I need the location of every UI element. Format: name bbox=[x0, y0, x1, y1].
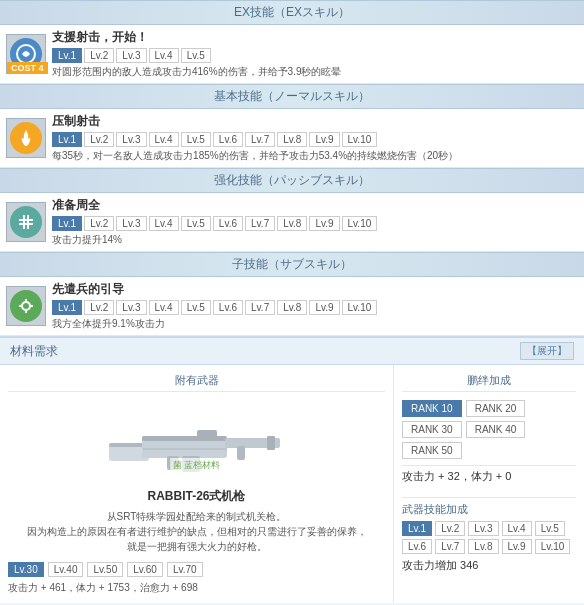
ws-lv6[interactable]: Lv.6 bbox=[402, 539, 432, 554]
svg-point-5 bbox=[22, 302, 30, 310]
wlv-50[interactable]: Lv.50 bbox=[87, 562, 123, 577]
ex-lv5[interactable]: Lv.5 bbox=[181, 48, 211, 63]
passive-lv10[interactable]: Lv.10 bbox=[342, 216, 378, 231]
svg-rect-3 bbox=[23, 215, 25, 229]
svg-rect-20 bbox=[237, 446, 245, 460]
weapon-stat: 攻击力 + 461，体力 + 1753，治愈力 + 698 bbox=[8, 581, 385, 595]
passive-lv2[interactable]: Lv.2 bbox=[84, 216, 114, 231]
passive-skill-desc: 攻击力提升14% bbox=[52, 233, 578, 247]
basic-skill-levels[interactable]: Lv.1 Lv.2 Lv.3 Lv.4 Lv.5 Lv.6 Lv.7 Lv.8 … bbox=[52, 132, 578, 147]
sub-lv8[interactable]: Lv.8 bbox=[277, 300, 307, 315]
rank-tags[interactable]: RANK 10 RANK 20 RANK 30 RANK 40 RANK 50 bbox=[402, 400, 576, 459]
collapse-button[interactable]: 【展开】 bbox=[520, 342, 574, 360]
basic-lv1[interactable]: Lv.1 bbox=[52, 132, 82, 147]
ws-lv9[interactable]: Lv.9 bbox=[502, 539, 532, 554]
wlv-60[interactable]: Lv.60 bbox=[127, 562, 163, 577]
ws-lv10[interactable]: Lv.10 bbox=[535, 539, 571, 554]
passive-lv6[interactable]: Lv.6 bbox=[213, 216, 243, 231]
rank-10[interactable]: RANK 10 bbox=[402, 400, 462, 417]
basic-lv10[interactable]: Lv.10 bbox=[342, 132, 378, 147]
materials-title: 材料需求 bbox=[10, 343, 58, 360]
skill-row-basic: 压制射击 Lv.1 Lv.2 Lv.3 Lv.4 Lv.5 Lv.6 Lv.7 … bbox=[0, 109, 584, 168]
materials-header: 材料需求 【展开】 bbox=[0, 338, 584, 365]
sub-lv1[interactable]: Lv.1 bbox=[52, 300, 82, 315]
ex-lv2[interactable]: Lv.2 bbox=[84, 48, 114, 63]
rank-20[interactable]: RANK 20 bbox=[466, 400, 526, 417]
sub-skill-header: 子技能（サブスキル） bbox=[0, 252, 584, 277]
wlv-40[interactable]: Lv.40 bbox=[48, 562, 84, 577]
rank-panel: 鹏绊加成 RANK 10 RANK 20 RANK 30 RANK 40 RAN… bbox=[394, 365, 584, 603]
weapon-desc: 从SRT特殊学园处配给来的制式机关枪。 因为构造上的原因在有者进行维护的缺点，但… bbox=[8, 509, 385, 554]
ws-lv1[interactable]: Lv.1 bbox=[402, 521, 432, 536]
passive-skill-section: 强化技能（パッシブスキル） 准备周全 Lv.1 Lv.2 Lv.3 Lv.4 L… bbox=[0, 168, 584, 252]
sub-lv2[interactable]: Lv.2 bbox=[84, 300, 114, 315]
ws-lv5[interactable]: Lv.5 bbox=[535, 521, 565, 536]
skill-content-ex: 支援射击，开始！ Lv.1 Lv.2 Lv.3 Lv.4 Lv.5 对圆形范围内… bbox=[52, 29, 578, 79]
sub-skill-levels[interactable]: Lv.1 Lv.2 Lv.3 Lv.4 Lv.5 Lv.6 Lv.7 Lv.8 … bbox=[52, 300, 578, 315]
basic-skill-icon-img bbox=[10, 122, 42, 154]
basic-skill-header: 基本技能（ノーマルスキル） bbox=[0, 84, 584, 109]
sub-lv5[interactable]: Lv.5 bbox=[181, 300, 211, 315]
ex-skill-name: 支援射击，开始！ bbox=[52, 29, 578, 46]
ex-lv4[interactable]: Lv.4 bbox=[149, 48, 179, 63]
passive-lv1[interactable]: Lv.1 bbox=[52, 216, 82, 231]
rank-stat: 攻击力 + 32，体力 + 0 bbox=[402, 465, 576, 487]
weapon-panel: 附有武器 bbox=[0, 365, 394, 603]
passive-lv9[interactable]: Lv.9 bbox=[309, 216, 339, 231]
weapon-desc-line1: 从SRT特殊学园处配给来的制式机关枪。 bbox=[8, 509, 385, 524]
passive-lv4[interactable]: Lv.4 bbox=[149, 216, 179, 231]
weapon-desc-line3: 就是一把拥有强大火力的好枪。 bbox=[8, 539, 385, 554]
rank-30[interactable]: RANK 30 bbox=[402, 421, 462, 438]
sub-lv9[interactable]: Lv.9 bbox=[309, 300, 339, 315]
basic-lv3[interactable]: Lv.3 bbox=[116, 132, 146, 147]
ws-lv8[interactable]: Lv.8 bbox=[468, 539, 498, 554]
wlv-30[interactable]: Lv.30 bbox=[8, 562, 44, 577]
passive-lv7[interactable]: Lv.7 bbox=[245, 216, 275, 231]
weapon-skill-section: 武器技能加成 Lv.1 Lv.2 Lv.3 Lv.4 Lv.5 Lv.6 Lv.… bbox=[402, 497, 576, 573]
ex-skill-desc: 对圆形范围内的敌人造成攻击力416%的伤害，并给予3.9秒的眩晕 bbox=[52, 65, 578, 79]
ex-skill-header: EX技能（EXスキル） bbox=[0, 0, 584, 25]
weapon-image: 菌 蓝档材料 bbox=[107, 408, 287, 478]
passive-lv5[interactable]: Lv.5 bbox=[181, 216, 211, 231]
basic-lv7[interactable]: Lv.7 bbox=[245, 132, 275, 147]
basic-lv6[interactable]: Lv.6 bbox=[213, 132, 243, 147]
ws-lv3[interactable]: Lv.3 bbox=[468, 521, 498, 536]
sub-lv7[interactable]: Lv.7 bbox=[245, 300, 275, 315]
weapon-levels[interactable]: Lv.30 Lv.40 Lv.50 Lv.60 Lv.70 bbox=[8, 562, 385, 577]
basic-lv2[interactable]: Lv.2 bbox=[84, 132, 114, 147]
ex-lv1[interactable]: Lv.1 bbox=[52, 48, 82, 63]
wlv-70[interactable]: Lv.70 bbox=[167, 562, 203, 577]
cost-badge: COST 4 bbox=[7, 62, 48, 74]
passive-skill-header: 强化技能（パッシブスキル） bbox=[0, 168, 584, 193]
weapon-image-area: 菌 蓝档材料 bbox=[8, 398, 385, 488]
passive-lv3[interactable]: Lv.3 bbox=[116, 216, 146, 231]
sub-skill-desc: 我方全体提升9.1%攻击力 bbox=[52, 317, 578, 331]
passive-skill-levels[interactable]: Lv.1 Lv.2 Lv.3 Lv.4 Lv.5 Lv.6 Lv.7 Lv.8 … bbox=[52, 216, 578, 231]
ex-lv3[interactable]: Lv.3 bbox=[116, 48, 146, 63]
basic-lv4[interactable]: Lv.4 bbox=[149, 132, 179, 147]
basic-lv5[interactable]: Lv.5 bbox=[181, 132, 211, 147]
basic-lv9[interactable]: Lv.9 bbox=[309, 132, 339, 147]
svg-rect-1 bbox=[19, 219, 33, 221]
svg-rect-4 bbox=[27, 215, 29, 229]
sub-lv10[interactable]: Lv.10 bbox=[342, 300, 378, 315]
sub-lv4[interactable]: Lv.4 bbox=[149, 300, 179, 315]
passive-skill-name: 准备周全 bbox=[52, 197, 578, 214]
weapon-skill-levels[interactable]: Lv.1 Lv.2 Lv.3 Lv.4 Lv.5 Lv.6 Lv.7 Lv.8 … bbox=[402, 521, 576, 554]
basic-lv8[interactable]: Lv.8 bbox=[277, 132, 307, 147]
ws-lv4[interactable]: Lv.4 bbox=[502, 521, 532, 536]
passive-lv8[interactable]: Lv.8 bbox=[277, 216, 307, 231]
ws-lv2[interactable]: Lv.2 bbox=[435, 521, 465, 536]
svg-rect-2 bbox=[19, 223, 33, 225]
sub-lv6[interactable]: Lv.6 bbox=[213, 300, 243, 315]
rank-50[interactable]: RANK 50 bbox=[402, 442, 462, 459]
rank-40[interactable]: RANK 40 bbox=[466, 421, 526, 438]
sub-lv3[interactable]: Lv.3 bbox=[116, 300, 146, 315]
weapon-desc-line2: 因为构造上的原因在有者进行维护的缺点，但相对的只需进行了妥善的保养， bbox=[8, 524, 385, 539]
skill-content-sub: 先遣兵的引导 Lv.1 Lv.2 Lv.3 Lv.4 Lv.5 Lv.6 Lv.… bbox=[52, 281, 578, 331]
sub-skill-name: 先遣兵的引导 bbox=[52, 281, 578, 298]
svg-rect-19 bbox=[143, 448, 227, 450]
ws-lv7[interactable]: Lv.7 bbox=[435, 539, 465, 554]
ex-skill-levels[interactable]: Lv.1 Lv.2 Lv.3 Lv.4 Lv.5 bbox=[52, 48, 578, 63]
materials-body: 附有武器 bbox=[0, 365, 584, 603]
